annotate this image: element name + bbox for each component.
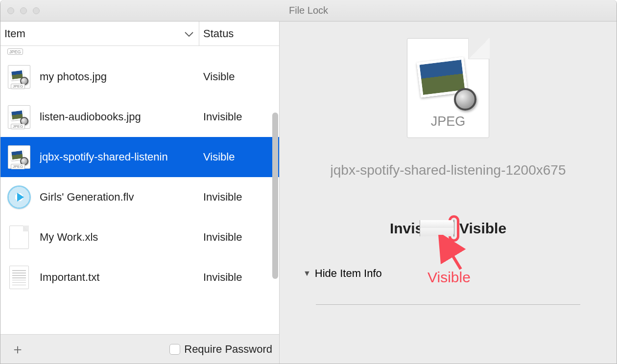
require-password-checkbox[interactable] bbox=[169, 344, 180, 355]
list-item[interactable]: Important.txt Invisible bbox=[0, 257, 279, 297]
file-list-panel: Item Status JPEG JPEG my photos.jpg bbox=[0, 22, 280, 364]
visibility-switch[interactable] bbox=[453, 220, 454, 237]
separator bbox=[316, 304, 580, 305]
file-list[interactable]: JPEG JPEG my photos.jpg Visible JPEG lis… bbox=[0, 46, 279, 334]
window-controls bbox=[0, 7, 40, 14]
annotation-callout-text: Visible bbox=[427, 269, 471, 286]
hide-item-info-toggle[interactable]: ▼ Hide Item Info bbox=[303, 267, 382, 280]
jpeg-file-icon: JPEG bbox=[7, 65, 31, 89]
switch-knob[interactable] bbox=[453, 220, 454, 236]
preview-file-type: JPEG bbox=[407, 114, 489, 129]
app-window: File Lock Item Status JPEG bbox=[0, 0, 617, 364]
svg-line-0 bbox=[444, 242, 461, 269]
item-name: Girls' Generation.flv bbox=[40, 191, 198, 204]
require-password-option[interactable]: Require Password bbox=[169, 343, 272, 356]
window-title: File Lock bbox=[0, 5, 617, 16]
scrollbar-thumb[interactable] bbox=[272, 113, 278, 279]
item-status: Invisible bbox=[198, 271, 279, 284]
list-item[interactable]: JPEG listen-audiobooks.jpg Invisible bbox=[0, 97, 279, 137]
list-item-partial: JPEG bbox=[0, 46, 279, 57]
jpeg-file-icon: JPEG bbox=[7, 105, 31, 129]
preview-file-icon: JPEG bbox=[407, 38, 489, 138]
annotation-highlight-box bbox=[449, 215, 459, 242]
item-status: Invisible bbox=[198, 191, 279, 204]
column-header-item[interactable]: Item bbox=[0, 22, 199, 46]
zoom-icon[interactable] bbox=[33, 7, 40, 14]
item-status: Invisible bbox=[198, 231, 279, 244]
column-header-status[interactable]: Status bbox=[199, 27, 279, 40]
item-status: Visible bbox=[198, 70, 279, 83]
item-name: Important.txt bbox=[40, 271, 198, 284]
item-name: my photos.jpg bbox=[40, 70, 198, 83]
disclosure-triangle-icon: ▼ bbox=[303, 269, 311, 278]
generic-file-icon bbox=[7, 226, 31, 249]
visible-label: Visible bbox=[459, 220, 506, 237]
visibility-switch-row: Invisible Visible bbox=[390, 215, 506, 242]
item-status: Visible bbox=[198, 151, 279, 163]
preview-file-name: jqbx-spotify-shared-listening-1200x675 bbox=[331, 162, 566, 178]
require-password-label: Require Password bbox=[184, 343, 272, 356]
close-icon[interactable] bbox=[7, 7, 14, 14]
item-name: My Work.xls bbox=[40, 231, 198, 244]
sort-chevron-icon bbox=[184, 27, 194, 40]
item-status: Invisible bbox=[198, 111, 279, 123]
list-item[interactable]: JPEG my photos.jpg Visible bbox=[0, 57, 279, 97]
main-split: Item Status JPEG JPEG my photos.jpg bbox=[0, 22, 617, 364]
list-item[interactable]: My Work.xls Invisible bbox=[0, 217, 279, 257]
text-file-icon bbox=[7, 266, 31, 289]
list-item-selected[interactable]: JPEG jqbx-spotify-shared-listenin Visibl… bbox=[0, 137, 279, 177]
flv-file-icon bbox=[7, 185, 31, 209]
left-footer: ＋ Require Password bbox=[0, 334, 279, 364]
add-button[interactable]: ＋ bbox=[7, 340, 28, 359]
filetype-tag: JPEG bbox=[7, 48, 23, 55]
hide-item-info-label: Hide Item Info bbox=[315, 267, 382, 280]
item-name: listen-audiobooks.jpg bbox=[40, 111, 198, 123]
column-header-item-label: Item bbox=[4, 27, 25, 40]
column-headers: Item Status bbox=[0, 22, 279, 46]
titlebar: File Lock bbox=[0, 0, 617, 22]
jpeg-file-icon: JPEG bbox=[7, 145, 31, 169]
preview-panel: JPEG jqbx-spotify-shared-listening-1200x… bbox=[280, 22, 617, 364]
item-name: jqbx-spotify-shared-listenin bbox=[40, 151, 198, 163]
list-item[interactable]: Girls' Generation.flv Invisible bbox=[0, 177, 279, 217]
minimize-icon[interactable] bbox=[20, 7, 27, 14]
